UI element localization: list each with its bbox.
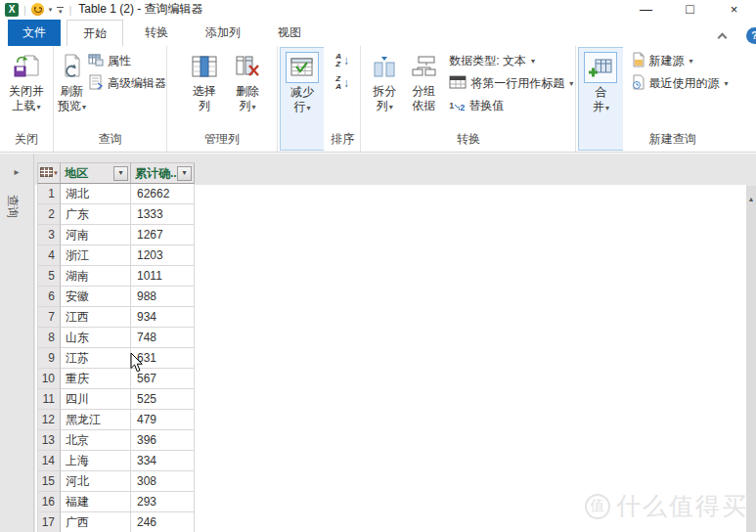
sort-ascending-button[interactable]: AZ ↓ [335,51,349,70]
smiley-dropdown-icon[interactable]: ▾ [49,6,53,14]
button-label: 列 [199,99,210,113]
region-cell[interactable]: 广西 [61,512,131,532]
expand-queries-pane-button[interactable]: ▸ [0,166,33,177]
help-button[interactable]: ? [746,27,756,44]
quick-access-customize-button[interactable]: ▾ [57,7,64,13]
region-cell[interactable]: 河南 [61,225,131,245]
chevron-down-icon: ▾ [118,169,122,177]
close-and-load-button[interactable]: 关闭并 上载▾ [5,49,48,114]
watermark-logo: 值 [585,494,610,519]
value-cell[interactable]: 334 [131,451,195,471]
tab-view[interactable]: 视图 [262,20,317,46]
row-number-cell[interactable]: 3 [37,225,61,245]
button-label: 减少 [290,85,314,100]
row-number-cell[interactable]: 8 [37,328,61,348]
region-cell[interactable]: 江苏 [61,348,131,369]
group-label-close: 关闭 [0,130,53,152]
region-cell[interactable]: 广东 [61,204,131,225]
row-number-cell[interactable]: 9 [37,348,61,369]
value-cell[interactable]: 293 [131,492,195,512]
value-cell[interactable]: 1011 [131,266,195,287]
value-cell[interactable]: 246 [131,512,195,532]
row-number-cell[interactable]: 2 [37,204,61,225]
row-number-cell[interactable]: 1 [37,184,61,204]
value-cell[interactable]: 479 [131,410,195,430]
row-number-cell[interactable]: 12 [37,410,61,430]
region-cell[interactable]: 上海 [61,451,131,471]
value-cell[interactable]: 308 [131,471,195,492]
region-cell[interactable]: 湖南 [61,266,131,287]
tab-transform[interactable]: 转换 [129,20,184,46]
properties-button[interactable]: 属性 [86,51,133,71]
row-number-cell[interactable]: 11 [37,389,61,410]
column-header-region[interactable]: 地区 ▾ [61,162,131,184]
maximize-button[interactable]: □ [668,0,712,19]
minimize-button[interactable]: — [624,0,668,19]
data-type-button[interactable]: 数据类型: 文本▾ [447,51,537,71]
choose-columns-button[interactable]: 选择 列 [183,49,226,113]
advanced-editor-button[interactable]: 高级编辑器 [86,73,168,94]
new-source-button[interactable]: 新建源▾ [630,51,695,71]
new-source-icon [632,52,645,70]
tab-add-column[interactable]: 添加列 [190,20,256,46]
region-cell[interactable]: 浙江 [61,245,131,266]
value-cell[interactable]: 934 [131,307,195,328]
table-row: 3 河南 1267 [37,225,195,245]
remove-columns-button[interactable]: 删除 列▾ [226,49,269,114]
value-cell[interactable]: 748 [131,328,195,348]
value-cell[interactable]: 988 [131,287,195,307]
split-column-button[interactable]: 拆分 列▾ [365,49,404,114]
group-by-button[interactable]: 分组 依据 [404,49,443,113]
row-number-cell[interactable]: 15 [37,471,61,492]
region-cell[interactable]: 黑龙江 [61,410,131,430]
reduce-rows-button[interactable]: 减少 行▾ [281,50,324,115]
queries-pane-collapsed: ▸ 查询 [0,154,34,532]
vertical-scrollbar[interactable]: ▲ [746,186,756,532]
region-cell[interactable]: 重庆 [61,369,131,389]
smiley-feedback-icon[interactable] [31,3,44,16]
merge-button[interactable]: 合 并▾ [579,50,622,115]
row-number-cell[interactable]: 10 [37,369,61,389]
row-number-cell[interactable]: 7 [37,307,61,328]
replace-values-button[interactable]: 1 2 替换值 [447,96,506,116]
value-cell[interactable]: 62662 [131,184,195,204]
scroll-up-icon[interactable]: ▲ [746,186,756,202]
region-cell[interactable]: 湖北 [61,184,131,204]
recent-sources-button[interactable]: 最近使用的源▾ [630,73,731,94]
value-cell[interactable]: 396 [131,430,195,451]
sort-letter: Z [335,61,341,68]
use-first-row-as-headers-button[interactable]: 将第一行用作标题▾ [447,73,575,94]
collapse-ribbon-button[interactable] [715,30,729,42]
sort-descending-button[interactable]: ZA ↓ [335,73,349,93]
tab-file[interactable]: 文件 [8,20,61,46]
region-cell[interactable]: 北京 [61,430,131,451]
column-header-cumulative-confirmed[interactable]: 累计确... ▾ [131,162,195,184]
row-number-cell[interactable]: 6 [37,287,61,307]
region-cell[interactable]: 河北 [61,471,131,492]
row-number-cell[interactable]: 16 [37,492,61,512]
replace-values-icon: 1 2 [449,101,465,112]
value-cell[interactable]: 1333 [131,204,195,225]
region-cell[interactable]: 江西 [61,307,131,328]
row-number-cell[interactable]: 14 [37,451,61,471]
table-row: 4 浙江 1203 [37,245,195,266]
value-cell[interactable]: 525 [131,389,195,410]
value-cell[interactable]: 1203 [131,245,195,266]
region-cell[interactable]: 福建 [61,492,131,512]
refresh-preview-button[interactable]: 刷新 预览▾ [58,49,86,114]
value-cell[interactable]: 1267 [131,225,195,245]
close-button[interactable]: × [712,0,756,19]
row-number-cell[interactable]: 4 [37,245,61,266]
region-cell[interactable]: 安徽 [61,287,131,307]
filter-button[interactable]: ▾ [113,166,128,181]
tab-home[interactable]: 开始 [67,20,123,46]
filter-button[interactable]: ▾ [177,166,192,181]
row-number-cell[interactable]: 13 [37,430,61,451]
button-label: 分组 [412,84,435,99]
region-cell[interactable]: 四川 [61,389,131,410]
region-cell[interactable]: 山东 [61,328,131,348]
group-by-icon [411,51,436,82]
row-number-cell[interactable]: 5 [37,266,61,287]
row-number-cell[interactable]: 17 [37,512,61,532]
table-menu-button[interactable]: ▾ [37,162,61,184]
